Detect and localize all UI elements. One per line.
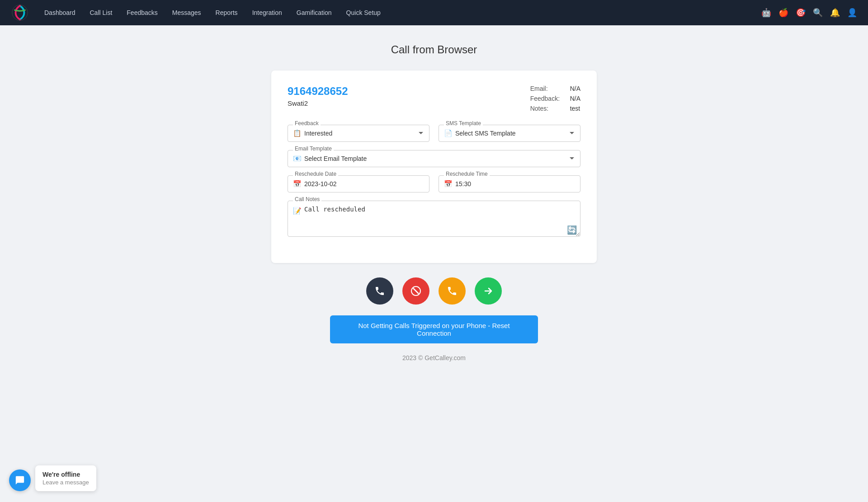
chat-widget: We're offline Leave a message xyxy=(9,465,96,491)
nav-gamification[interactable]: Gamification xyxy=(290,5,338,20)
user-icon[interactable]: 👤 xyxy=(847,8,857,18)
navbar: Dashboard Call List Feedbacks Messages R… xyxy=(0,0,868,25)
chat-offline-sub: Leave a message xyxy=(42,479,89,486)
notes-value: test xyxy=(570,105,580,112)
page-footer: 2023 © GetCalley.com xyxy=(402,343,466,372)
feedback-label: Feedback: xyxy=(530,95,566,102)
email-template-label: Email Template xyxy=(293,145,334,152)
form-row-2: Email Template 📧 Select Email Template xyxy=(288,150,580,167)
feedback-group: Feedback 📋 Interested xyxy=(288,125,429,142)
help-icon[interactable]: 🎯 xyxy=(796,8,806,18)
feedback-value: N/A xyxy=(570,95,580,102)
sms-template-label: SMS Template xyxy=(444,120,483,127)
reschedule-date-label: Reschedule Date xyxy=(293,171,338,177)
page-title: Call from Browser xyxy=(391,43,477,56)
footer-text: 2023 © GetCalley.com xyxy=(402,354,466,361)
nav-integration[interactable]: Integration xyxy=(246,5,288,20)
contact-phone: 9164928652 xyxy=(288,85,348,98)
actions-section: Not Getting Calls Triggered on your Phon… xyxy=(271,263,597,343)
nav-reports[interactable]: Reports xyxy=(209,5,244,20)
feedback-label-field: Feedback xyxy=(293,120,321,127)
page-content: Call from Browser 9164928652 Swati2 Emai… xyxy=(0,25,868,399)
email-value: N/A xyxy=(570,85,580,92)
notifications-icon[interactable]: 🔔 xyxy=(830,8,840,18)
call-card: 9164928652 Swati2 Email: N/A Feedback: N… xyxy=(271,70,597,263)
sms-template-select[interactable]: Select SMS Template xyxy=(439,125,580,142)
refresh-icon[interactable]: 🔄 xyxy=(567,225,577,235)
call-button[interactable] xyxy=(366,277,393,305)
reschedule-time-input[interactable] xyxy=(439,175,580,192)
email-template-group: Email Template 📧 Select Email Template xyxy=(288,150,580,167)
feedback-select[interactable]: Interested xyxy=(288,125,429,142)
contact-name: Swati2 xyxy=(288,99,348,107)
email-label: Email: xyxy=(530,85,566,92)
form-row-4: Call Notes 📝 🔄 xyxy=(288,201,580,239)
call-notes-label: Call Notes xyxy=(293,196,321,202)
nav-dashboard[interactable]: Dashboard xyxy=(38,5,82,20)
search-icon[interactable]: 🔍 xyxy=(813,8,823,18)
reschedule-date-input[interactable] xyxy=(288,175,429,192)
form-row-1: Feedback 📋 Interested SMS Template 📄 Sel… xyxy=(288,125,580,142)
svg-line-2 xyxy=(413,288,419,294)
call-notes-textarea[interactable] xyxy=(288,201,580,237)
app-logo[interactable] xyxy=(11,4,29,22)
sms-template-group: SMS Template 📄 Select SMS Template xyxy=(439,125,580,142)
notes-label: Notes: xyxy=(530,105,566,112)
action-buttons xyxy=(271,277,597,305)
nav-feedbacks[interactable]: Feedbacks xyxy=(120,5,164,20)
chat-offline-popup: We're offline Leave a message xyxy=(35,465,96,491)
form-row-3: Reschedule Date 📅 Reschedule Time 📅 xyxy=(288,175,580,192)
end-call-button[interactable] xyxy=(402,277,429,305)
call-notes-group: Call Notes 📝 🔄 xyxy=(288,201,580,239)
nav-quick-setup[interactable]: Quick Setup xyxy=(340,5,387,20)
reschedule-time-group: Reschedule Time 📅 xyxy=(439,175,580,192)
contact-header: 9164928652 Swati2 Email: N/A Feedback: N… xyxy=(288,85,580,112)
nav-call-list[interactable]: Call List xyxy=(84,5,119,20)
nav-messages[interactable]: Messages xyxy=(166,5,208,20)
svg-point-0 xyxy=(12,5,28,20)
android-icon[interactable]: 🤖 xyxy=(761,8,771,18)
reschedule-date-group: Reschedule Date 📅 xyxy=(288,175,429,192)
nav-icons: 🤖 🍎 🎯 🔍 🔔 👤 xyxy=(761,8,857,18)
forward-button[interactable] xyxy=(475,277,502,305)
call-notes-wrapper: 📝 🔄 xyxy=(288,201,580,239)
chat-offline-title: We're offline xyxy=(42,471,89,478)
apple-icon[interactable]: 🍎 xyxy=(778,8,788,18)
contact-right: Email: N/A Feedback: N/A Notes: test xyxy=(530,85,580,112)
mute-button[interactable] xyxy=(439,277,466,305)
chat-bubble-button[interactable] xyxy=(9,469,31,491)
reset-connection-button[interactable]: Not Getting Calls Triggered on your Phon… xyxy=(330,315,538,343)
email-template-select[interactable]: Select Email Template xyxy=(288,150,580,167)
reschedule-time-label: Reschedule Time xyxy=(444,171,490,177)
contact-left: 9164928652 Swati2 xyxy=(288,85,348,112)
